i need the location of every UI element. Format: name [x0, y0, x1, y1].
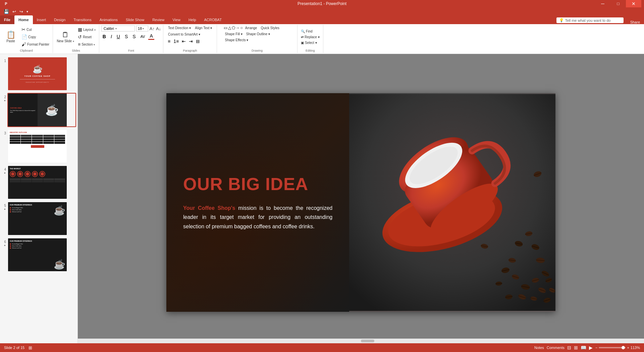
layout-icon: ▦: [78, 27, 82, 32]
s3-header: INDUSTRY OUTLOOK: [10, 131, 65, 133]
tab-transitions[interactable]: Transitions: [69, 15, 95, 24]
slide-item-3[interactable]: 3 INDUSTRY OUTLOOK: [1, 129, 76, 163]
slide-thumb-5[interactable]: OUR PREMIUM OFFERINGS Gourmet Bagged Cof…: [7, 201, 76, 236]
bold-button[interactable]: B: [101, 34, 107, 40]
shape-effects-button[interactable]: Shape Effects ▾: [224, 38, 250, 43]
reset-button[interactable]: ↺ Reset: [76, 34, 97, 40]
tab-file[interactable]: File: [0, 15, 14, 24]
slide-item-4[interactable]: 4 ✦ THE MARKET: [1, 165, 76, 199]
indent-less-button[interactable]: ⇤: [181, 38, 187, 44]
slide-thumb-1[interactable]: ☕ YOUR COFFEE SHOP INVESTOR OPPORTUNITY: [7, 57, 76, 91]
strikethrough-button[interactable]: S: [123, 34, 129, 40]
status-right: Notes Comments ⊟ ⊞ 📖 ▶ − + 113%: [534, 345, 640, 350]
increase-font-button[interactable]: A↑: [150, 26, 155, 31]
font-size-selector[interactable]: 18▾: [136, 25, 148, 32]
slide-fitpage-icon[interactable]: ⊞: [29, 345, 32, 350]
accent-text: Your Coffee Shop's: [183, 205, 235, 211]
horizontal-scrollbar[interactable]: [78, 339, 644, 343]
editing-label: Editing: [306, 48, 315, 52]
coffee-scene-svg: [349, 93, 555, 312]
slide-thumb-3[interactable]: INDUSTRY OUTLOOK: [7, 129, 76, 163]
new-slide-button[interactable]: 🗒 New Slide ▾: [55, 26, 76, 48]
triangle-shape[interactable]: △: [228, 25, 231, 31]
format-painter-button[interactable]: 🖌 Format Painter: [20, 41, 51, 48]
share-button[interactable]: Share: [626, 20, 644, 24]
italic-button[interactable]: I: [109, 34, 113, 40]
shadow-button[interactable]: S: [131, 34, 137, 40]
tab-home[interactable]: Home: [14, 15, 33, 24]
view-slidesorter-button[interactable]: ⊞: [574, 345, 578, 350]
char-spacing-button[interactable]: AV: [139, 34, 147, 39]
slides-panel[interactable]: 1 ☕ YOUR COFFEE SHOP INVESTOR OPPORTUNIT…: [0, 54, 78, 351]
shape-outline-button[interactable]: Shape Outline ▾: [245, 32, 271, 37]
maximize-button[interactable]: □: [610, 0, 626, 7]
tab-slideshow[interactable]: Slide Show: [122, 15, 148, 24]
section-button[interactable]: ≡ Section ▾: [76, 41, 97, 48]
slide-canvas[interactable]: OUR BIG IDEA Your Coffee Shop's mission …: [166, 93, 555, 312]
tab-acrobat[interactable]: ACROBAT: [200, 15, 226, 24]
slide-number-3: 3: [1, 130, 6, 135]
tab-help[interactable]: Help: [184, 15, 200, 24]
tab-animations[interactable]: Animations: [96, 15, 122, 24]
shape-fill-button[interactable]: Shape Fill ▾: [224, 32, 244, 37]
slide-item-2[interactable]: 2 ✦ OUR BIG IDEA Your Coffee Shop's miss…: [1, 93, 76, 127]
select-button[interactable]: ▣ Select ▾: [300, 40, 321, 45]
undo-qat-button[interactable]: ↩: [11, 9, 17, 14]
indent-more-button[interactable]: ⇥: [188, 38, 194, 44]
zoom-level: 113%: [631, 346, 640, 350]
view-slideshow-button[interactable]: ▶: [589, 345, 593, 350]
view-normal-button[interactable]: ⊟: [567, 345, 571, 350]
slide-item-6[interactable]: 6 ✦ OUR PREMIUM OFFERINGS Gourmet Bagged…: [1, 238, 76, 272]
zoom-slider[interactable]: [599, 347, 626, 348]
arrange-button[interactable]: Arrange: [244, 25, 259, 31]
text-direction-button[interactable]: Text Direction ▾: [167, 25, 192, 31]
find-button[interactable]: 🔍 Find: [300, 29, 321, 34]
comments-button[interactable]: Comments: [547, 346, 565, 350]
slide-item-5[interactable]: 5 ✦ OUR PREMIUM OFFERINGS Gourmet Bagged…: [1, 201, 76, 236]
tell-me-bar[interactable]: 💡 Tell me what you want to do: [556, 17, 624, 23]
decrease-font-button[interactable]: A↓: [156, 26, 161, 31]
bullet-list-button[interactable]: ≡: [167, 38, 171, 44]
main-area: 1 ☕ YOUR COFFEE SHOP INVESTOR OPPORTUNIT…: [0, 54, 644, 351]
s5-item1: Gourmet Bagged Coffee: [12, 207, 23, 209]
quick-styles-button[interactable]: Quick Styles: [259, 25, 281, 31]
coffee-photo: [349, 93, 555, 312]
close-button[interactable]: ✕: [626, 0, 641, 7]
slide-thumb-2[interactable]: OUR BIG IDEA Your Coffee Shop's mission …: [7, 93, 76, 127]
save-qat-button[interactable]: 💾: [3, 9, 10, 14]
copy-button[interactable]: 📄 Copy: [20, 34, 51, 40]
lightbulb-icon: 💡: [559, 18, 564, 22]
font-color-button[interactable]: A: [148, 33, 154, 40]
minimize-button[interactable]: ─: [595, 0, 610, 7]
slide-body: Your Coffee Shop's mission is to become …: [183, 203, 332, 231]
circle-shape[interactable]: ○: [240, 25, 243, 31]
redo-qat-button[interactable]: ↪: [18, 9, 24, 14]
slide-item-1[interactable]: 1 ☕ YOUR COFFEE SHOP INVESTOR OPPORTUNIT…: [1, 57, 76, 91]
notes-button[interactable]: Notes: [534, 346, 544, 350]
underline-button[interactable]: U: [115, 34, 121, 40]
convert-smartart-button[interactable]: Convert to SmartArt ▾: [167, 32, 202, 37]
slide-thumb-6[interactable]: OUR PREMIUM OFFERINGS Gourmet Bagged Cof…: [7, 238, 76, 272]
paste-button[interactable]: 📋 Paste: [2, 26, 19, 48]
cut-button[interactable]: ✂ Cut: [20, 26, 51, 33]
pentagon-shape[interactable]: ⬠: [232, 25, 235, 31]
layout-button[interactable]: ▦ Layout ▾: [76, 26, 97, 33]
tab-view[interactable]: View: [168, 15, 184, 24]
numbered-list-button[interactable]: 1≡: [172, 38, 180, 44]
slide-thumb-4[interactable]: THE MARKET: [7, 165, 76, 199]
zoom-in-button[interactable]: +: [627, 346, 629, 350]
customize-qat-button[interactable]: ▾: [25, 10, 29, 13]
arrow-shape[interactable]: →: [236, 25, 240, 31]
clipboard-label: Clipboard: [20, 48, 33, 52]
tab-design[interactable]: Design: [50, 15, 69, 24]
rectangle-shape[interactable]: ▭: [224, 25, 227, 31]
align-text-button[interactable]: Align Text ▾: [194, 25, 213, 31]
tab-review[interactable]: Review: [148, 15, 168, 24]
view-reading-button[interactable]: 📖: [581, 345, 586, 350]
paragraph-label: Paragraph: [183, 48, 197, 52]
replace-button[interactable]: ⇄ Replace ▾: [300, 35, 321, 40]
font-family-selector[interactable]: Calibri▾: [101, 25, 135, 32]
columns-button[interactable]: ▤: [195, 39, 201, 44]
tab-insert[interactable]: Insert: [33, 15, 50, 24]
zoom-out-button[interactable]: −: [595, 346, 597, 350]
